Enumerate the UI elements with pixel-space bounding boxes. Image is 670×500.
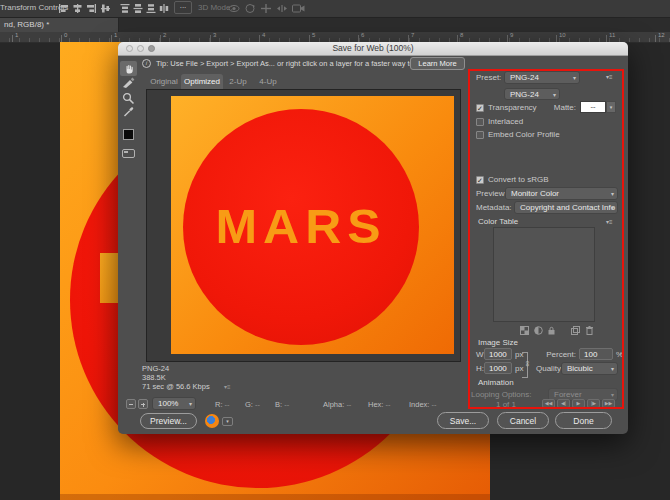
status-download-time: 71 sec @ 56.6 Kbps bbox=[142, 382, 210, 391]
chevron-down-icon: ▾ bbox=[189, 400, 192, 408]
map-transparency-icon[interactable] bbox=[520, 326, 529, 335]
ruler-label: 3 bbox=[213, 32, 216, 38]
pan-3d-icon[interactable] bbox=[260, 3, 272, 14]
matte-value-box[interactable]: -- bbox=[580, 101, 606, 113]
previous-frame-button[interactable]: ◀| bbox=[557, 399, 570, 408]
image-size-header: Image Size bbox=[478, 338, 518, 348]
tab-optimized[interactable]: Optimized bbox=[181, 74, 223, 89]
ruler-label: 11 bbox=[609, 32, 615, 38]
document-tab[interactable]: nd, RGB/8) * bbox=[0, 18, 119, 32]
done-button[interactable]: Done bbox=[555, 412, 612, 429]
preview-in-browser-button[interactable]: Preview... bbox=[140, 413, 197, 429]
distribute-top-icon[interactable] bbox=[120, 4, 130, 13]
dialog-titlebar[interactable]: Save for Web (100%) bbox=[118, 42, 628, 56]
percent-input[interactable]: 100 bbox=[579, 348, 613, 360]
looping-options-label: Looping Options: bbox=[471, 390, 532, 400]
interlaced-checkbox[interactable] bbox=[476, 118, 484, 126]
preview-mode-value: Monitor Color bbox=[511, 189, 559, 198]
options-bar: Transform Controls ... 3D Mode: bbox=[0, 0, 670, 18]
camera-3d-icon[interactable] bbox=[292, 4, 305, 13]
zoom-in-button[interactable] bbox=[138, 399, 148, 409]
chevron-down-icon: ▾ bbox=[611, 391, 614, 399]
matte-select-arrow[interactable]: ▾ bbox=[606, 101, 616, 113]
toggle-slices-visibility-button[interactable] bbox=[122, 149, 135, 158]
ruler-label: 2 bbox=[163, 32, 166, 38]
optimized-image[interactable]: MARS bbox=[171, 96, 454, 354]
minimize-window-button[interactable] bbox=[137, 45, 144, 52]
chevron-down-icon: ▾ bbox=[573, 74, 576, 82]
transparency-checkbox[interactable]: ✓ bbox=[476, 104, 484, 112]
zoom-window-button[interactable] bbox=[148, 45, 155, 52]
metadata-select[interactable]: Copyright and Contact Info ▾ bbox=[514, 201, 618, 214]
align-right-icon[interactable] bbox=[86, 4, 97, 13]
distribute-bottom-icon[interactable] bbox=[146, 4, 156, 13]
chevron-down-icon: ▾ bbox=[611, 190, 614, 198]
ruler-label: 12 bbox=[658, 32, 665, 38]
delete-color-icon[interactable] bbox=[585, 326, 594, 335]
quality-label: Quality: bbox=[536, 364, 563, 374]
preset-select[interactable]: PNG-24 ▾ bbox=[504, 71, 580, 84]
color-swatch[interactable] bbox=[123, 129, 134, 140]
browser-select-arrow[interactable]: ▾ bbox=[222, 417, 233, 426]
close-window-button[interactable] bbox=[126, 45, 133, 52]
save-button[interactable]: Save... bbox=[437, 412, 489, 429]
play-button[interactable]: ▶ bbox=[572, 399, 585, 408]
readout-r: R: -- bbox=[215, 400, 230, 409]
cancel-button[interactable]: Cancel bbox=[497, 412, 549, 429]
more-options-button[interactable]: ... bbox=[174, 1, 192, 14]
metadata-label: Metadata: bbox=[476, 203, 512, 213]
format-select[interactable]: PNG-24 ▾ bbox=[504, 88, 560, 100]
height-input[interactable]: 1000 bbox=[484, 362, 512, 374]
width-input[interactable]: 1000 bbox=[484, 348, 512, 360]
last-frame-button[interactable]: ▶▶ bbox=[602, 399, 615, 408]
zoom-out-button[interactable] bbox=[126, 399, 136, 409]
slide-3d-icon[interactable] bbox=[276, 3, 288, 14]
readout-b: B: -- bbox=[275, 400, 289, 409]
first-frame-button[interactable]: ◀◀ bbox=[542, 399, 555, 408]
document-tab-bar: nd, RGB/8) * bbox=[0, 18, 670, 32]
distribute-hcenter-icon[interactable] bbox=[159, 4, 169, 13]
format-value: PNG-24 bbox=[510, 90, 539, 99]
new-color-icon[interactable] bbox=[571, 326, 580, 335]
readout-index: Index: -- bbox=[409, 400, 437, 409]
learn-more-button[interactable]: Learn More bbox=[410, 57, 465, 70]
status-menu-icon[interactable]: ▾≡ bbox=[224, 383, 231, 391]
info-icon: i bbox=[142, 59, 151, 68]
ruler-label: 4 bbox=[262, 32, 265, 38]
logo-text: MARS bbox=[171, 196, 431, 259]
browser-firefox-icon[interactable] bbox=[205, 414, 219, 428]
align-top-icon[interactable] bbox=[100, 4, 111, 13]
preview-mode-select[interactable]: Monitor Color ▾ bbox=[505, 187, 618, 200]
align-center-icon[interactable] bbox=[72, 4, 83, 13]
roll-3d-icon[interactable] bbox=[244, 3, 256, 14]
color-table-panel-menu-icon[interactable]: ▾≡ bbox=[606, 218, 613, 226]
align-left-icon[interactable] bbox=[58, 4, 69, 13]
readout-g: G: -- bbox=[245, 400, 260, 409]
photoshop-screen: Transform Controls ... 3D Mode: bbox=[0, 0, 670, 500]
lock-color-icon[interactable] bbox=[547, 326, 556, 335]
metadata-value: Copyright and Contact Info bbox=[520, 203, 615, 212]
eyedropper-tool[interactable] bbox=[122, 106, 135, 119]
animation-header: Animation bbox=[478, 378, 514, 388]
preset-panel-menu-icon[interactable]: ▾≡ bbox=[606, 73, 613, 81]
tab-4up[interactable]: 4-Up bbox=[253, 74, 283, 89]
zoom-level-select[interactable]: 100% ▾ bbox=[152, 397, 196, 410]
web-shift-icon[interactable] bbox=[534, 326, 543, 335]
ruler-label: 1 bbox=[114, 32, 117, 38]
zoom-tool[interactable] bbox=[122, 92, 135, 105]
distribute-vcenter-icon[interactable] bbox=[133, 4, 143, 13]
orbit-3d-icon[interactable] bbox=[228, 3, 240, 14]
convert-srgb-checkbox[interactable]: ✓ bbox=[476, 176, 484, 184]
tab-original[interactable]: Original bbox=[147, 74, 181, 89]
ruler-label: 8 bbox=[460, 32, 463, 38]
next-frame-button[interactable]: |▶ bbox=[587, 399, 600, 408]
embed-color-profile-checkbox[interactable] bbox=[476, 131, 484, 139]
dialog-title: Save for Web (100%) bbox=[118, 42, 628, 55]
tab-2up[interactable]: 2-Up bbox=[223, 74, 253, 89]
preview-pane[interactable]: MARS bbox=[146, 89, 461, 362]
preview-mode-label: Preview: bbox=[476, 189, 507, 199]
chevron-down-icon: ▾ bbox=[611, 204, 614, 212]
embed-color-profile-label: Embed Color Profile bbox=[488, 130, 560, 140]
ruler-label: 5 bbox=[312, 32, 315, 38]
quality-select[interactable]: Bicubic ▾ bbox=[561, 362, 618, 375]
